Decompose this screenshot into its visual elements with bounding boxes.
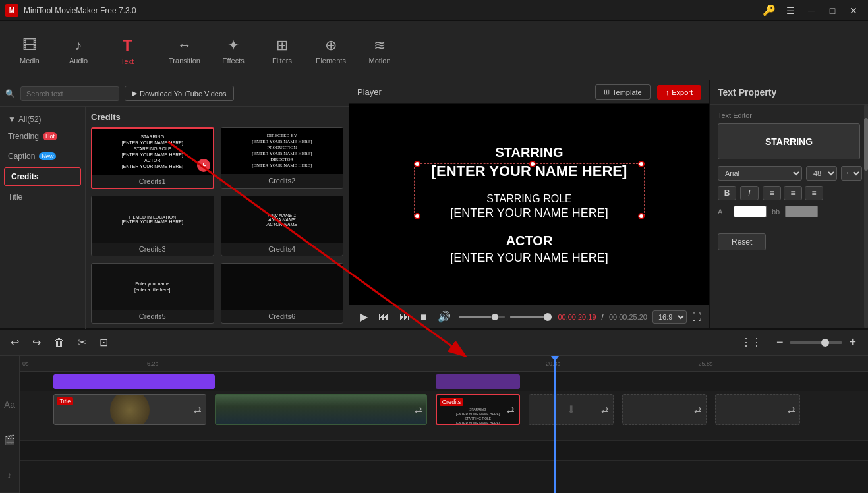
sidebar-item-all[interactable]: ▼ All(52) [0,112,85,127]
line-spacing-select[interactable]: ≡ [841,166,862,181]
close-button[interactable]: ✕ [844,4,863,17]
progress-thumb [544,313,552,321]
minimize-button[interactable]: ─ [802,4,821,17]
align-left-button[interactable]: ≡ [763,186,781,200]
text-property-header: Text Property [710,80,868,105]
text-preview[interactable]: STARRING [718,123,860,160]
next-button[interactable]: ⏭ [397,310,413,324]
bb-label: bb [772,208,780,216]
zoom-out-button[interactable]: − [772,334,788,351]
volume-bar[interactable] [459,316,505,318]
progress-bar[interactable] [510,316,553,318]
credits-card-6[interactable]: ------ Credits6 [221,263,344,324]
fullscreen-button[interactable]: ⛶ [692,312,701,322]
export-icon: ↑ [666,88,670,96]
reset-button[interactable]: Reset [718,233,766,250]
align-center-button[interactable]: ≡ [784,186,802,200]
player-canvas[interactable]: STARRING [ENTER YOUR NAME HERE] STARRING… [349,104,709,305]
video-clip-empty-1[interactable]: ⬇ ⇄ [529,394,614,425]
export-button[interactable]: ↑ Export [657,85,701,100]
time-separator: / [602,312,604,322]
expand-icon: ▼ [8,115,16,124]
size-select[interactable]: 48 24 36 72 [806,166,837,181]
menu-button[interactable]: ☰ [781,4,799,17]
transition-icon: ↔ [177,37,192,54]
transition-label: Transition [169,57,200,65]
video-clip-landscape[interactable]: ⇄ [215,394,427,425]
video-clip-empty-3[interactable]: ⇄ [715,394,800,425]
tool-media[interactable]: 🎞 Media [7,28,53,74]
redo-button[interactable]: ↪ [30,334,43,351]
search-input[interactable] [20,86,119,101]
tool-filters[interactable]: ⊞ Filters [259,28,305,74]
download-youtube-button[interactable]: ▶ Download YouTube Videos [125,86,234,101]
add-credits1-button[interactable]: + [197,159,210,172]
sidebar-item-title[interactable]: Title [0,187,85,207]
timeline-ruler[interactable]: 0s 6.2s 20.8s 25.8s [20,356,868,372]
sidebar-item-caption[interactable]: Caption New [0,146,85,166]
actor-text: ACTOR [432,233,627,248]
cut-button[interactable]: ✂ [75,334,89,351]
play-button[interactable]: ▶ [357,309,370,324]
clip-arrow-3: ⇄ [507,405,515,415]
text-clip-1[interactable] [53,374,215,389]
text-color-swatch[interactable] [734,206,767,218]
scrollbar[interactable] [864,105,868,328]
right-panel-inner: Text Editor STARRING Arial Times New Rom… [710,105,868,328]
tool-audio[interactable]: ♪ Audio [55,28,101,74]
video-clip-empty-2[interactable]: ⇄ [622,394,707,425]
video-clip-credits[interactable]: Credits STARRING[ENTER YOUR NAME HERE]ST… [436,394,521,425]
bold-button[interactable]: B [718,186,736,200]
timeline-toolbar: ↩ ↪ 🗑 ✂ ⊡ ⋮⋮ − + [0,330,868,356]
italic-button[interactable]: I [740,186,759,200]
tool-elements[interactable]: ⊕ Elements [308,28,354,74]
credits-card-2[interactable]: DIRECTED BY[ENTER YOUR NAME HERE]PRODUCT… [221,127,344,189]
clip-arrow-2: ⇄ [415,405,422,415]
scrollbar-thumb[interactable] [864,118,868,171]
ruler-mark-6: 6.2s [147,361,158,367]
video-track-icon: 🎬 [4,434,15,445]
media-icon: 🎞 [22,37,37,54]
tool-text[interactable]: T Text [104,28,150,74]
playhead[interactable] [554,356,556,493]
zoom-slider[interactable] [790,341,842,344]
align-right-button[interactable]: ≡ [805,186,823,200]
prev-button[interactable]: ⏮ [376,310,391,324]
credits-card-5[interactable]: Enter your name[enter a title here] Cred… [91,263,214,324]
credits-card-1[interactable]: STARRING[ENTER YOUR NAME HERE]STARRING R… [91,127,214,189]
audio-icon: ♪ [75,37,82,54]
credits-card-3[interactable]: FILMED IN LOCATION[ENTER YOUR NAME HERE]… [91,196,214,256]
sidebar-item-trending[interactable]: Trending Hot [0,127,85,146]
text-icon: T [123,36,132,55]
filters-label: Filters [272,57,292,65]
zoom-thumb [821,339,829,347]
maximize-button[interactable]: □ [823,4,842,17]
video-track-row: Title ⇄ ⇄ Credits STARRING[ENTER YOUR NA… [20,392,868,441]
motion-icon: ≋ [374,37,386,54]
tool-transition[interactable]: ↔ Transition [161,28,208,74]
template-button[interactable]: ⊞ Template [595,84,651,100]
credits5-label: Credits5 [92,310,214,323]
crop-button[interactable]: ⊡ [97,334,111,351]
volume-button[interactable]: 🔊 [435,309,453,324]
undo-button[interactable]: ↩ [8,334,22,351]
sidebar-item-credits[interactable]: Credits [4,167,81,186]
stop-button[interactable]: ■ [418,310,430,324]
tool-motion[interactable]: ≋ Motion [357,28,403,74]
aspect-ratio-select[interactable]: 16:9 9:16 1:1 [652,310,687,324]
video-clip-title[interactable]: Title ⇄ [53,394,206,425]
bg-color-swatch[interactable] [785,206,818,218]
credits-card-4[interactable]: Kelly NAME 1ANNA NAMEACTOR NAME Credits4 [221,196,344,256]
delete-button[interactable]: 🗑 [51,334,67,351]
premium-icon[interactable]: 🔑 [763,4,776,16]
progress-fill [510,316,544,318]
volume-fill [459,316,491,318]
font-select[interactable]: Arial Times New Roman [718,166,802,181]
text-color-row: A bb [718,206,860,218]
zoom-in-button[interactable]: + [845,334,860,351]
text-clip-2[interactable] [436,374,521,389]
toolbar: 🎞 Media ♪ Audio T Text ↔ Transition ✦ Ef… [0,21,868,80]
effects-icon: ✦ [227,37,239,54]
split-button[interactable]: ⋮⋮ [738,334,765,351]
tool-effects[interactable]: ✦ Effects [210,28,256,74]
